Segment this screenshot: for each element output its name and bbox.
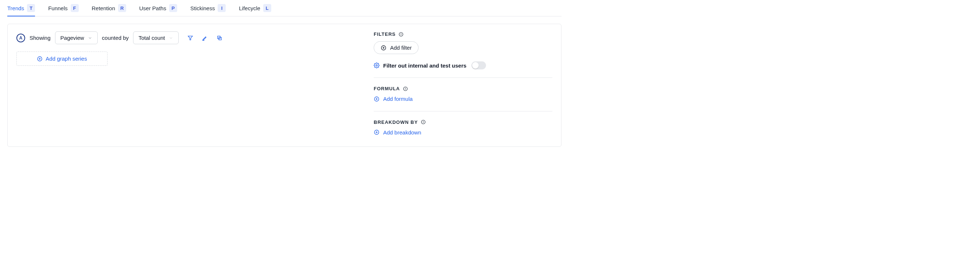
formula-heading-label: FORMULA [374,86,400,91]
tab-user-paths[interactable]: User Paths P [139,0,177,16]
filter-internal-toggle[interactable] [471,61,486,69]
tab-shortcut: P [169,4,177,12]
plus-circle-icon [374,96,380,102]
tab-label: Lifecycle [239,5,260,11]
filters-heading: FILTERS [374,31,552,37]
info-icon[interactable] [398,32,404,37]
svg-point-8 [401,33,401,34]
tab-trends[interactable]: Trends T [7,0,35,16]
add-formula-label: Add formula [383,96,413,102]
count-type-selector[interactable]: Total count [133,31,179,44]
tab-label: Stickiness [190,5,215,11]
svg-point-21 [423,121,424,121]
event-selector-value: Pageview [60,35,84,41]
tab-shortcut: I [218,4,226,12]
counted-by-label: counted by [102,35,129,41]
sidebar-column: FILTERS Add filter Filter out internal a… [374,31,552,136]
tab-shortcut: R [118,4,126,12]
series-rename-button[interactable] [200,33,210,43]
svg-marker-0 [188,36,192,40]
config-panel: A Showing Pageview counted by Total coun… [7,24,562,147]
tab-stickiness[interactable]: Stickiness I [190,0,226,16]
plus-circle-icon [37,56,43,62]
formula-heading: FORMULA [374,86,552,91]
add-formula-button[interactable]: Add formula [374,96,413,102]
divider [374,111,552,111]
divider [374,77,552,78]
tab-retention[interactable]: Retention R [92,0,126,16]
svg-point-12 [376,65,377,66]
filter-internal-label: Filter out internal and test users [383,62,466,69]
svg-point-15 [406,88,406,88]
tab-shortcut: T [27,4,35,12]
copy-icon [216,35,223,41]
breakdown-heading-label: BREAKDOWN BY [374,119,418,125]
tab-lifecycle[interactable]: Lifecycle L [239,0,271,16]
series-row-a: A Showing Pageview counted by Total coun… [16,31,363,44]
chevron-down-icon [169,36,173,40]
add-breakdown-button[interactable]: Add breakdown [374,129,421,136]
info-icon[interactable] [403,86,408,91]
series-filter-button[interactable] [185,33,196,43]
filter-internal-row: Filter out internal and test users [374,61,552,69]
add-series-label: Add graph series [46,56,87,62]
series-column: A Showing Pageview counted by Total coun… [16,31,363,136]
series-duplicate-button[interactable] [215,33,224,43]
gear-icon[interactable] [374,62,380,68]
add-filter-label: Add filter [390,45,412,51]
tab-label: Retention [92,5,115,11]
chevron-down-icon [88,36,92,40]
filters-heading-label: FILTERS [374,31,396,37]
add-breakdown-label: Add breakdown [383,129,421,136]
tab-shortcut: F [71,4,79,12]
tab-label: User Paths [139,5,166,11]
info-icon[interactable] [421,119,426,125]
pencil-icon [202,35,208,41]
plus-circle-icon [380,45,387,51]
tab-funnels[interactable]: Funnels F [48,0,78,16]
filter-icon [188,35,193,41]
breakdown-heading: BREAKDOWN BY [374,119,552,125]
tab-label: Funnels [48,5,67,11]
event-selector[interactable]: Pageview [55,31,98,44]
add-filter-button[interactable]: Add filter [374,41,418,54]
plus-circle-icon [374,129,380,135]
series-badge: A [16,34,25,42]
count-type-value: Total count [138,35,165,41]
tab-label: Trends [7,5,24,11]
showing-label: Showing [30,35,51,41]
tab-shortcut: L [263,4,271,12]
add-series-button[interactable]: Add graph series [16,51,108,66]
insight-tabs: Trends T Funnels F Retention R User Path… [7,0,562,16]
